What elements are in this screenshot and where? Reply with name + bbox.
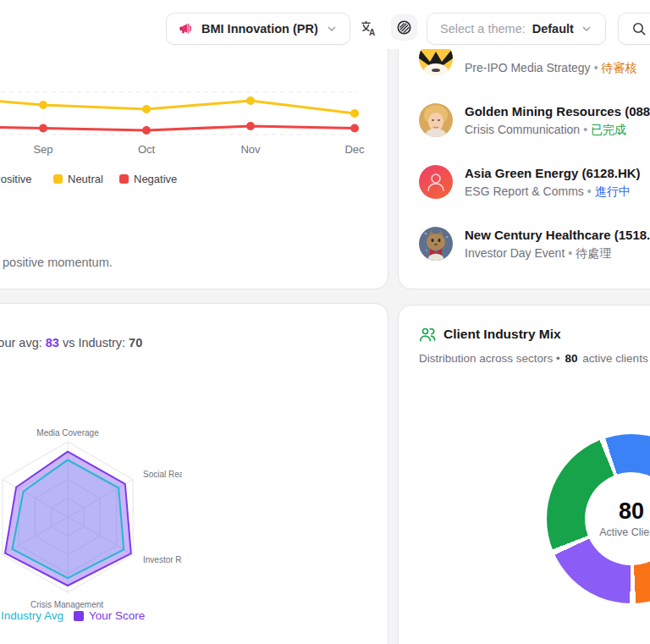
status-badge: 進行中 [595, 184, 631, 198]
avatar [419, 227, 453, 261]
theme-select-label: Select a theme: [440, 22, 526, 36]
theme-select-dropdown[interactable]: Select a theme: Default [427, 13, 606, 45]
avatar [419, 165, 453, 199]
client-select-dropdown[interactable]: BMI Innovation (PR) [166, 13, 350, 45]
chevron-down-icon [581, 23, 592, 35]
client-subtitle: Pre-IPO Media Strategy•待審核 [465, 61, 637, 76]
legend-label: Negative [134, 173, 177, 185]
client-subtitle: ESG Report & Comms•進行中 [465, 184, 631, 200]
client-industry-mix-card: Client Industry Mix Distribution across … [398, 305, 650, 644]
your-score-swatch [74, 611, 84, 621]
client-row[interactable]: Asia Green Energy (6128.HK) ESG Report &… [419, 165, 650, 202]
radar-axis-social-reach: Social Reach [143, 470, 182, 479]
score-comparison-text: Your avg: 83 vs Industry: 70 [0, 336, 142, 350]
legend-item-neutral[interactable]: Neutral [53, 173, 103, 185]
your-avg-value: 83 [46, 336, 59, 350]
project-label: Crisis Communication [465, 123, 580, 136]
client-name: Asia Green Energy (6128.HK) [465, 166, 641, 180]
neutral-swatch [53, 174, 63, 184]
client-name: New Century Healthcare (1518.HK) [465, 228, 650, 242]
legend-item-industry-avg[interactable]: Industry Avg [0, 609, 63, 622]
theme-selected-value: Default [532, 22, 574, 36]
client-subtitle: Investor Day Event•待處理 [465, 246, 611, 261]
active-clients-label: Active Clients [599, 526, 650, 538]
translate-icon: A [359, 19, 377, 37]
svg-text:A: A [369, 28, 375, 37]
selected-client-label: BMI Innovation (PR) [201, 22, 318, 36]
project-label: ESG Report & Comms [465, 184, 584, 198]
active-count: 80 [564, 352, 580, 365]
card-title: Client Industry Mix [443, 327, 561, 342]
radar-chart[interactable]: Media Coverage Social Reach Investor Rel… [0, 397, 182, 642]
client-row[interactable]: Golden Mining Resources (0888.HK) Crisis… [419, 103, 650, 140]
client-name: Golden Mining Resources (0888.HK) [465, 104, 650, 118]
active-clients-value: 80 [619, 500, 644, 523]
contrast-icon [396, 19, 412, 36]
radar-axis-media-coverage: Media Coverage [36, 428, 99, 438]
card-subtitle: Distribution across sectors • 80 active … [419, 352, 648, 365]
industry-value: 70 [129, 336, 142, 350]
x-tick-dec: Dec [344, 143, 365, 156]
legend-label: Your Score [89, 609, 145, 622]
search-icon [631, 21, 647, 36]
blonde-woman-avatar [419, 103, 453, 137]
status-badge: 待審核 [602, 61, 637, 74]
separator-dot: • [584, 184, 595, 198]
separator-dot: • [565, 246, 576, 260]
radar-axis-crisis-management: Crisis Management [30, 600, 103, 609]
client-subtitle: Crisis Communication•已完成 [465, 123, 626, 138]
status-badge: 已完成 [591, 123, 626, 136]
legend-label: Industry Avg [1, 609, 63, 622]
negative-swatch [119, 174, 129, 184]
legend-item-negative[interactable]: Negative [119, 173, 177, 185]
search-button[interactable] [618, 13, 650, 45]
legend-item-positive[interactable]: Positive [0, 173, 32, 185]
avatar [419, 103, 453, 137]
industry-label: vs Industry: [63, 336, 125, 350]
cat-bowtie-avatar [419, 227, 453, 261]
separator-dot: • [591, 61, 602, 74]
top-toolbar: BMI Innovation (PR) A Select a theme: De… [0, 0, 650, 49]
subtitle-text: Distribution across sectors • [419, 352, 560, 365]
sentiment-summary-text: positive momentum. [3, 256, 113, 269]
radar-legend: Industry Avg Your Score [0, 609, 388, 625]
x-tick-nov: Nov [240, 143, 261, 156]
users-icon [419, 326, 436, 343]
translate-button[interactable]: A [355, 15, 381, 41]
project-label: Pre-IPO Media Strategy [465, 61, 591, 74]
subtitle-suffix: active clients [582, 352, 647, 365]
dashboard-page: { "header": { "client_select_label": "BM… [0, 0, 650, 644]
theme-contrast-toggle[interactable] [391, 14, 417, 41]
client-row[interactable]: New Century Healthcare (1518.HK) Investo… [419, 227, 650, 264]
separator-dot: • [580, 123, 591, 136]
person-gradient-avatar [419, 165, 453, 199]
card-header: Client Industry Mix [419, 326, 561, 343]
your-avg-label: Your avg: [0, 336, 42, 350]
reputation-score-card: Your avg: 83 vs Industry: 70 Media Cover… [0, 303, 388, 644]
megaphone-icon [179, 21, 194, 36]
legend-label: Neutral [68, 173, 103, 185]
project-label: Investor Day Event [465, 246, 565, 260]
radar-axis-investor-relations: Investor Relations [143, 555, 182, 564]
legend-label: Positive [0, 173, 32, 185]
status-badge: 待處理 [576, 246, 611, 260]
chevron-down-icon [326, 23, 338, 35]
x-tick-oct: Oct [138, 143, 156, 156]
legend-item-your-score[interactable]: Your Score [74, 609, 145, 622]
x-tick-sep: Sep [33, 143, 52, 156]
